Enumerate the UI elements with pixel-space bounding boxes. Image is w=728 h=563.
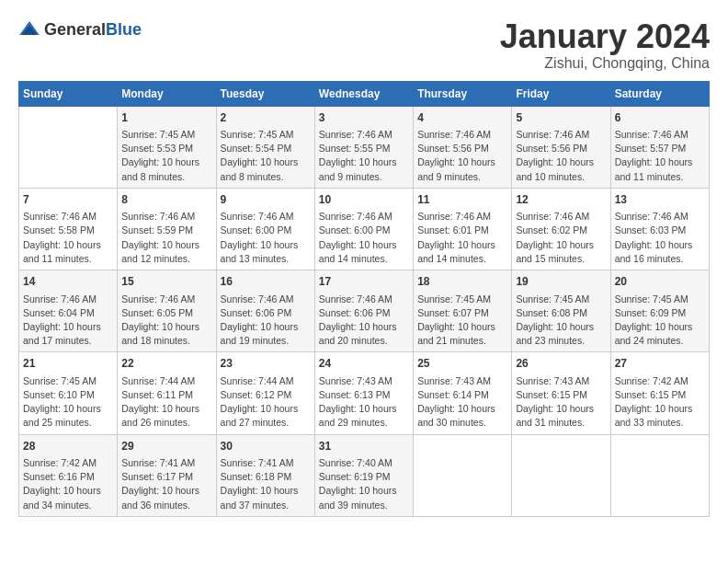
calendar-cell [19,106,118,188]
day-number: 3 [319,110,409,126]
calendar-cell: 9Sunrise: 7:46 AMSunset: 6:00 PMDaylight… [216,188,314,270]
calendar-cell: 28Sunrise: 7:42 AMSunset: 6:16 PMDayligh… [19,434,118,516]
calendar-cell: 20Sunrise: 7:45 AMSunset: 6:09 PMDayligh… [610,270,709,352]
cell-content: Sunrise: 7:45 AMSunset: 6:08 PMDaylight:… [516,293,606,349]
cell-content: Sunrise: 7:46 AMSunset: 5:55 PMDaylight:… [319,128,409,184]
cell-content: Sunrise: 7:46 AMSunset: 6:00 PMDaylight:… [221,210,311,266]
calendar-cell: 11Sunrise: 7:46 AMSunset: 6:01 PMDayligh… [414,188,512,270]
day-number: 23 [221,356,311,372]
weekday-header-friday: Friday [512,81,610,106]
weekday-header-thursday: Thursday [414,81,512,106]
day-number: 18 [417,274,507,290]
calendar-cell: 3Sunrise: 7:46 AMSunset: 5:55 PMDaylight… [314,106,413,188]
calendar-cell: 25Sunrise: 7:43 AMSunset: 6:14 PMDayligh… [414,352,512,434]
weekday-header-saturday: Saturday [610,81,709,106]
cell-content: Sunrise: 7:45 AMSunset: 6:10 PMDaylight:… [23,374,113,431]
cell-content: Sunrise: 7:46 AMSunset: 5:58 PMDaylight:… [23,210,113,266]
weekday-header-tuesday: Tuesday [216,81,314,106]
day-number: 30 [221,439,311,454]
day-number: 13 [615,192,705,208]
cell-content: Sunrise: 7:42 AMSunset: 6:16 PMDaylight:… [23,456,113,512]
day-number: 12 [516,192,606,208]
calendar-cell: 12Sunrise: 7:46 AMSunset: 6:02 PMDayligh… [512,188,610,270]
cell-content: Sunrise: 7:46 AMSunset: 5:59 PMDaylight:… [121,210,211,266]
calendar-cell: 29Sunrise: 7:41 AMSunset: 6:17 PMDayligh… [118,434,216,516]
cell-content: Sunrise: 7:44 AMSunset: 6:11 PMDaylight:… [121,374,211,431]
cell-content: Sunrise: 7:46 AMSunset: 5:57 PMDaylight:… [615,128,705,184]
calendar-cell: 18Sunrise: 7:45 AMSunset: 6:07 PMDayligh… [414,270,512,352]
calendar-cell: 8Sunrise: 7:46 AMSunset: 5:59 PMDaylight… [118,188,216,270]
day-number: 29 [121,439,211,454]
cell-content: Sunrise: 7:43 AMSunset: 6:15 PMDaylight:… [516,374,606,431]
calendar-cell: 22Sunrise: 7:44 AMSunset: 6:11 PMDayligh… [118,352,216,434]
logo-text-general: General [44,20,106,39]
cell-content: Sunrise: 7:46 AMSunset: 6:02 PMDaylight:… [516,210,606,266]
calendar-table: SundayMondayTuesdayWednesdayThursdayFrid… [18,81,710,517]
day-number: 1 [121,110,211,126]
cell-content: Sunrise: 7:40 AMSunset: 6:19 PMDaylight:… [319,456,409,512]
calendar-week-row: 7Sunrise: 7:46 AMSunset: 5:58 PMDaylight… [19,188,710,270]
cell-content: Sunrise: 7:45 AMSunset: 6:07 PMDaylight:… [417,293,507,349]
weekday-header-wednesday: Wednesday [314,81,413,106]
calendar-cell: 15Sunrise: 7:46 AMSunset: 6:05 PMDayligh… [118,270,216,352]
calendar-cell: 16Sunrise: 7:46 AMSunset: 6:06 PMDayligh… [216,270,314,352]
weekday-row: SundayMondayTuesdayWednesdayThursdayFrid… [19,81,710,106]
cell-content: Sunrise: 7:43 AMSunset: 6:14 PMDaylight:… [417,374,507,431]
day-number: 5 [516,110,606,126]
cell-content: Sunrise: 7:41 AMSunset: 6:17 PMDaylight:… [121,456,211,512]
day-number: 22 [121,356,211,372]
cell-content: Sunrise: 7:43 AMSunset: 6:13 PMDaylight:… [319,374,409,431]
cell-content: Sunrise: 7:46 AMSunset: 5:56 PMDaylight:… [417,128,507,184]
page-header: GeneralBlue January 2024 Zishui, Chongqi… [18,18,710,72]
calendar-cell: 7Sunrise: 7:46 AMSunset: 5:58 PMDaylight… [19,188,118,270]
day-number: 6 [615,110,705,126]
calendar-cell: 21Sunrise: 7:45 AMSunset: 6:10 PMDayligh… [19,352,118,434]
day-number: 7 [23,192,113,208]
calendar-cell [610,434,709,516]
calendar-cell: 26Sunrise: 7:43 AMSunset: 6:15 PMDayligh… [512,352,610,434]
cell-content: Sunrise: 7:46 AMSunset: 6:06 PMDaylight:… [221,293,311,349]
calendar-cell: 23Sunrise: 7:44 AMSunset: 6:12 PMDayligh… [216,352,314,434]
cell-content: Sunrise: 7:45 AMSunset: 6:09 PMDaylight:… [615,293,705,349]
title-block: January 2024 Zishui, Chongqing, China [500,18,710,72]
day-number: 8 [121,192,211,208]
calendar-cell: 24Sunrise: 7:43 AMSunset: 6:13 PMDayligh… [314,352,413,434]
calendar-cell: 13Sunrise: 7:46 AMSunset: 6:03 PMDayligh… [610,188,709,270]
calendar-cell: 31Sunrise: 7:40 AMSunset: 6:19 PMDayligh… [314,434,413,516]
day-number: 27 [615,356,705,372]
calendar-cell: 19Sunrise: 7:45 AMSunset: 6:08 PMDayligh… [512,270,610,352]
logo-text-blue: Blue [106,20,142,39]
day-number: 2 [221,110,311,126]
cell-content: Sunrise: 7:46 AMSunset: 6:01 PMDaylight:… [417,210,507,266]
calendar-cell: 30Sunrise: 7:41 AMSunset: 6:18 PMDayligh… [216,434,314,516]
calendar-header: SundayMondayTuesdayWednesdayThursdayFrid… [19,81,710,106]
calendar-cell: 17Sunrise: 7:46 AMSunset: 6:06 PMDayligh… [314,270,413,352]
day-number: 4 [417,110,507,126]
day-number: 11 [417,192,507,208]
calendar-cell: 5Sunrise: 7:46 AMSunset: 5:56 PMDaylight… [512,106,610,188]
day-number: 14 [23,274,113,290]
day-number: 10 [319,192,409,208]
calendar-cell: 14Sunrise: 7:46 AMSunset: 6:04 PMDayligh… [19,270,118,352]
calendar-cell: 27Sunrise: 7:42 AMSunset: 6:15 PMDayligh… [610,352,709,434]
day-number: 20 [615,274,705,290]
day-number: 17 [319,274,409,290]
calendar-body: 1Sunrise: 7:45 AMSunset: 5:53 PMDaylight… [19,106,710,516]
day-number: 26 [516,356,606,372]
cell-content: Sunrise: 7:46 AMSunset: 6:05 PMDaylight:… [121,293,211,349]
day-number: 19 [516,274,606,290]
weekday-header-monday: Monday [118,81,216,106]
calendar-cell: 10Sunrise: 7:46 AMSunset: 6:00 PMDayligh… [314,188,413,270]
day-number: 21 [23,356,113,372]
calendar-cell: 2Sunrise: 7:45 AMSunset: 5:54 PMDaylight… [216,106,314,188]
cell-content: Sunrise: 7:46 AMSunset: 6:03 PMDaylight:… [615,210,705,266]
cell-content: Sunrise: 7:46 AMSunset: 6:06 PMDaylight:… [319,293,409,349]
calendar-week-row: 28Sunrise: 7:42 AMSunset: 6:16 PMDayligh… [19,434,710,516]
day-number: 16 [221,274,311,290]
day-number: 28 [23,439,113,454]
cell-content: Sunrise: 7:46 AMSunset: 6:00 PMDaylight:… [319,210,409,266]
calendar-cell [512,434,610,516]
day-number: 9 [221,192,311,208]
calendar-cell: 1Sunrise: 7:45 AMSunset: 5:53 PMDaylight… [118,106,216,188]
cell-content: Sunrise: 7:41 AMSunset: 6:18 PMDaylight:… [221,456,311,512]
